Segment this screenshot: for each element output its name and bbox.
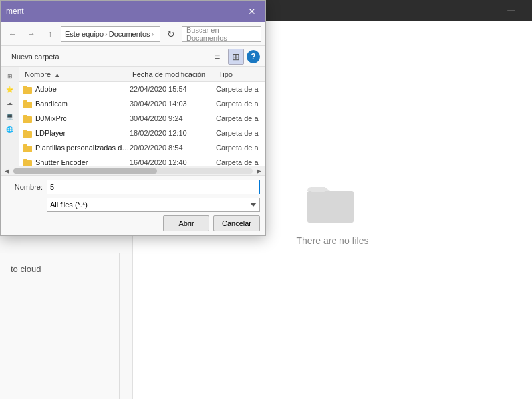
cancel-button[interactable]: Cancelar — [213, 215, 260, 231]
table-row[interactable]: Adobe 22/04/2020 15:54 Carpeta de a — [19, 82, 265, 96]
filetype-select[interactable]: All files (*.*) — [47, 198, 260, 212]
table-row[interactable]: LDPlayer 18/02/2020 12:10 Carpeta de a — [19, 126, 265, 140]
path-part-2: Documentos — [109, 30, 150, 38]
view-list-button[interactable]: ≡ — [209, 49, 225, 65]
folder-icon — [22, 157, 33, 166]
file-list-header: Nombre ▲ Fecha de modificación Tipo — [19, 67, 265, 82]
folder-icon — [22, 98, 33, 109]
filename-row: Nombre: — [6, 180, 260, 194]
folder-icon — [22, 113, 33, 124]
path-part-1: Este equipo — [65, 30, 104, 38]
file-date: 16/04/2020 12:40 — [130, 158, 216, 166]
no-files-icon — [306, 174, 359, 227]
search-placeholder: Buscar en Documentos — [186, 26, 257, 42]
up-button[interactable]: ↑ — [42, 26, 58, 42]
bottom-left-panel: to cloud — [0, 253, 120, 399]
svg-rect-4 — [23, 116, 32, 123]
dialog-titlebar: ment ✕ — [1, 1, 265, 22]
dialog-sidebar: ⊞ ⭐ ☁ 💻 🌐 — [1, 67, 19, 166]
file-type: Carpeta de a — [216, 100, 263, 108]
sidebar-quick-1[interactable]: ⊞ — [1, 70, 19, 83]
table-row[interactable]: Shutter Encoder 16/04/2020 12:40 Carpeta… — [19, 155, 265, 166]
sidebar-quick-2[interactable]: ⭐ — [1, 83, 19, 96]
file-type: Carpeta de a — [216, 129, 263, 137]
hscroll-bar[interactable]: ◀ ▶ — [1, 166, 265, 175]
dialog-actions: Abrir Cancelar — [6, 215, 260, 231]
minimize-button[interactable]: ─ — [496, 0, 527, 21]
dialog-bottom: Nombre: All files (*.*) Abrir Cancelar — [1, 175, 265, 235]
open-button[interactable]: Abrir — [163, 215, 209, 231]
file-name: Bandicam — [35, 100, 130, 108]
sort-arrow: ▲ — [54, 72, 60, 78]
svg-rect-1 — [311, 187, 325, 192]
column-type-header[interactable]: Tipo — [216, 70, 263, 78]
file-type: Carpeta de a — [216, 114, 263, 122]
file-type: Carpeta de a — [216, 85, 263, 93]
file-date: 20/02/2020 8:54 — [130, 144, 216, 152]
file-rows-container: Adobe 22/04/2020 15:54 Carpeta de a Band… — [19, 82, 265, 166]
svg-rect-5 — [23, 131, 32, 138]
file-date: 22/04/2020 15:54 — [130, 85, 216, 93]
file-name: Plantillas personalizadas de Office — [35, 144, 130, 152]
file-type: Carpeta de a — [216, 144, 263, 152]
refresh-button[interactable]: ↻ — [163, 26, 179, 42]
hscroll-thumb — [13, 168, 157, 174]
dialog-toolbar: Nueva carpeta ≡ ⊞ ? — [1, 46, 265, 67]
svg-rect-6 — [23, 146, 32, 152]
path-separator-1: › — [105, 30, 108, 38]
toolbar-right: ≡ ⊞ ? — [209, 49, 260, 65]
hscroll-right-arrow[interactable]: ▶ — [255, 168, 263, 174]
back-button[interactable]: ← — [5, 26, 21, 42]
svg-rect-3 — [23, 102, 32, 108]
svg-rect-2 — [23, 87, 32, 94]
filetype-row: All files (*.*) — [6, 198, 260, 212]
column-date-header[interactable]: Fecha de modificación — [130, 70, 216, 78]
dialog-content: ⊞ ⭐ ☁ 💻 🌐 Nombre ▲ Fecha de modificación… — [1, 67, 265, 166]
file-name: Adobe — [35, 85, 130, 93]
file-date: 18/02/2020 12:10 — [130, 129, 216, 137]
path-separator-2: › — [152, 30, 154, 38]
table-row[interactable]: DJMixPro 30/04/2020 9:24 Carpeta de a — [19, 111, 265, 126]
file-dialog: ment ✕ ← → ↑ Este equipo › Documentos › … — [0, 0, 266, 236]
hscroll-track[interactable] — [13, 168, 253, 174]
folder-icon — [22, 142, 33, 153]
forward-button[interactable]: → — [23, 26, 39, 42]
new-folder-button[interactable]: Nueva carpeta — [6, 51, 65, 62]
sidebar-quick-5[interactable]: 🌐 — [1, 123, 19, 136]
column-name-header[interactable]: Nombre ▲ — [22, 70, 130, 78]
help-button[interactable]: ? — [247, 50, 260, 63]
bottom-text: to cloud — [11, 264, 108, 274]
view-details-button[interactable]: ⊞ — [228, 49, 244, 65]
file-type: Carpeta de a — [216, 158, 263, 166]
no-files-text: There are no files — [297, 235, 369, 246]
folder-icon — [22, 128, 33, 138]
sidebar-quick-4[interactable]: 💻 — [1, 110, 19, 123]
filename-label: Nombre: — [6, 183, 43, 191]
file-name: Shutter Encoder — [35, 158, 130, 166]
svg-rect-7 — [23, 160, 32, 166]
table-row[interactable]: Plantillas personalizadas de Office 20/0… — [19, 140, 265, 155]
search-box[interactable]: Buscar en Documentos — [182, 26, 261, 42]
file-date: 30/04/2020 14:03 — [130, 100, 216, 108]
address-path[interactable]: Este equipo › Documentos › — [61, 26, 160, 42]
file-name: LDPlayer — [35, 129, 130, 137]
file-name: DJMixPro — [35, 114, 130, 122]
folder-icon — [22, 84, 33, 94]
dialog-addressbar: ← → ↑ Este equipo › Documentos › ↻ Busca… — [1, 22, 265, 46]
dialog-close-button[interactable]: ✕ — [244, 3, 260, 19]
filename-input[interactable] — [47, 180, 260, 194]
file-list: Nombre ▲ Fecha de modificación Tipo Adob… — [19, 67, 265, 166]
dialog-title: ment — [6, 7, 24, 16]
file-date: 30/04/2020 9:24 — [130, 114, 216, 122]
hscroll-left-arrow[interactable]: ◀ — [3, 168, 11, 174]
table-row[interactable]: Bandicam 30/04/2020 14:03 Carpeta de a — [19, 96, 265, 111]
sidebar-quick-3[interactable]: ☁ — [1, 96, 19, 110]
svg-rect-0 — [307, 191, 354, 223]
